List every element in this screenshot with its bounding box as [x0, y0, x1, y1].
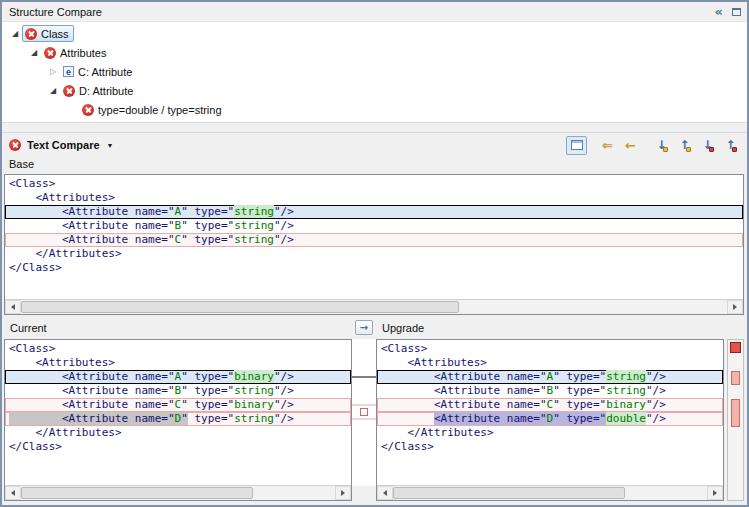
code-line[interactable]: </Attributes> [5, 247, 743, 261]
scroll-thumb[interactable] [393, 487, 625, 499]
collapse-arrow-icon[interactable]: ◢ [46, 86, 60, 95]
code-token: binary [606, 398, 646, 411]
tree-item-c-attribute[interactable]: ▷eC: Attribute [2, 62, 747, 81]
code-line[interactable]: <Attribute name="A" type="binary"/> [5, 370, 351, 384]
code-line[interactable]: <Attribute name="B" type="string"/> [5, 219, 743, 233]
code-token: "/> [274, 398, 294, 411]
code-token: type=" [188, 412, 234, 425]
tree-item-d-attribute[interactable]: ◢D: Attribute [2, 81, 747, 100]
overview-aggregate-indicator[interactable] [730, 342, 741, 353]
code-line[interactable]: <Attribute name="C" type="binary"/> [377, 398, 723, 412]
code-token: " type=" [181, 384, 234, 397]
tree-item-label: C: Attribute [78, 66, 132, 78]
next-difference-icon[interactable]: ↓ [651, 136, 672, 155]
upgrade-editor[interactable]: <Class> <Attributes> <Attribute name="A"… [376, 339, 724, 501]
current-pane-label: Current [10, 322, 47, 334]
scroll-left-button[interactable] [5, 486, 21, 500]
scroll-track[interactable] [393, 486, 707, 500]
code-line[interactable]: <Attribute name="C" type="binary"/> [5, 398, 351, 412]
scroll-track[interactable] [21, 300, 727, 314]
current-code[interactable]: <Class> <Attributes> <Attribute name="A"… [5, 340, 351, 485]
tree-item-type-double-type-string[interactable]: type=double / type=string [2, 100, 747, 119]
code-line[interactable]: <Attribute name="A" type="string"/> [5, 205, 743, 219]
merge-handle-square [361, 409, 368, 416]
code-token: double [606, 412, 646, 425]
pane-layout-glyph [571, 140, 583, 150]
code-token: string [234, 233, 274, 246]
code-token: " type=" [181, 370, 234, 383]
code-line[interactable]: <Attribute name="D" type="string"/> [5, 412, 351, 426]
current-editor[interactable]: <Class> <Attributes> <Attribute name="A"… [4, 339, 352, 501]
code-token: <Class> [9, 177, 55, 190]
right-arrow-icon [341, 490, 345, 496]
diff-marker-conflict[interactable] [731, 399, 740, 427]
tree-item-class[interactable]: ◢Class [2, 24, 747, 43]
merge-direction-button[interactable]: → [355, 320, 373, 335]
code-token: <Attributes> [381, 356, 487, 369]
left-arrow-icon [11, 490, 15, 496]
code-token: </Class> [9, 261, 62, 274]
code-line[interactable]: <Attributes> [377, 356, 723, 370]
scroll-left-button[interactable] [377, 486, 393, 500]
code-token: " [181, 412, 188, 425]
code-line[interactable]: <Class> [5, 177, 743, 191]
upgrade-code[interactable]: <Class> <Attributes> <Attribute name="A"… [377, 340, 723, 485]
scroll-right-button[interactable] [727, 300, 743, 314]
code-line[interactable]: <Attribute name="B" type="string"/> [5, 384, 351, 398]
code-token: " type=" [181, 398, 234, 411]
tree-item-label: Class [41, 28, 69, 40]
maximize-pane-icon[interactable] [732, 8, 741, 16]
code-line[interactable]: </Attributes> [5, 426, 351, 440]
viewer-dropdown-icon[interactable]: ▼ [107, 142, 114, 149]
code-line[interactable]: <Attributes> [5, 191, 743, 205]
previous-change-icon[interactable]: ↑ [720, 136, 741, 155]
scroll-thumb[interactable] [21, 301, 459, 313]
code-line[interactable]: </Attributes> [377, 426, 723, 440]
tree-item-attributes[interactable]: ◢Attributes [2, 43, 747, 62]
scroll-track[interactable] [21, 486, 335, 500]
next-change-icon[interactable]: ↓ [697, 136, 718, 155]
tree-item-labelbox: type=double / type=string [79, 101, 227, 118]
base-code[interactable]: <Class> <Attributes> <Attribute name="A"… [5, 175, 743, 299]
code-line[interactable]: <Class> [377, 342, 723, 356]
code-token: <Attribute name=" [9, 219, 175, 232]
expand-arrow-icon[interactable]: ▷ [46, 67, 60, 76]
scroll-right-button[interactable] [335, 486, 351, 500]
upgrade-hscrollbar[interactable] [377, 485, 723, 500]
scroll-left-button[interactable] [5, 300, 21, 314]
scroll-thumb[interactable] [21, 487, 253, 499]
code-line[interactable]: <Class> [5, 342, 351, 356]
code-token: "/> [274, 219, 294, 232]
code-line[interactable]: <Attribute name="B" type="string"/> [377, 384, 723, 398]
copy-current-right-to-left-icon[interactable]: ← [620, 136, 641, 155]
current-hscrollbar[interactable] [5, 485, 351, 500]
code-line[interactable]: </Class> [5, 261, 743, 275]
base-editor[interactable]: <Class> <Attributes> <Attribute name="A"… [4, 174, 744, 315]
code-line[interactable]: <Attributes> [5, 356, 351, 370]
diff-marker-current[interactable] [731, 371, 740, 385]
code-line[interactable]: <Attribute name="C" type="string"/> [5, 233, 743, 247]
structure-tree[interactable]: ◢Class◢Attributes▷eC: Attribute◢D: Attri… [2, 22, 747, 123]
code-line[interactable]: </Class> [5, 440, 351, 454]
code-token: " type=" [553, 384, 606, 397]
previous-difference-icon[interactable]: ↑ [674, 136, 695, 155]
scroll-right-button[interactable] [707, 486, 723, 500]
base-hscrollbar[interactable] [5, 299, 743, 314]
copy-all-right-to-left-icon[interactable]: ⇐ [597, 136, 618, 155]
code-token: </Attributes> [9, 247, 122, 260]
code-line[interactable]: </Class> [377, 440, 723, 454]
code-token: " type=" [181, 219, 234, 232]
collapse-pane-chevrons-icon[interactable]: « [715, 5, 723, 18]
collapse-arrow-icon[interactable]: ◢ [27, 48, 41, 57]
diff-connector-area [352, 339, 376, 486]
ancestor-pane-toggle-icon[interactable] [566, 136, 587, 155]
diff-connectors [352, 339, 376, 486]
collapse-arrow-icon[interactable]: ◢ [8, 29, 22, 38]
code-token: string [234, 205, 274, 218]
code-token: " type=" [553, 412, 606, 425]
code-token: "/> [646, 412, 666, 425]
code-token: <Attribute name=" [9, 370, 175, 383]
code-line[interactable]: <Attribute name="D" type="double"/> [377, 412, 723, 426]
overview-ruler[interactable] [727, 339, 744, 501]
code-line[interactable]: <Attribute name="A" type="string"/> [377, 370, 723, 384]
